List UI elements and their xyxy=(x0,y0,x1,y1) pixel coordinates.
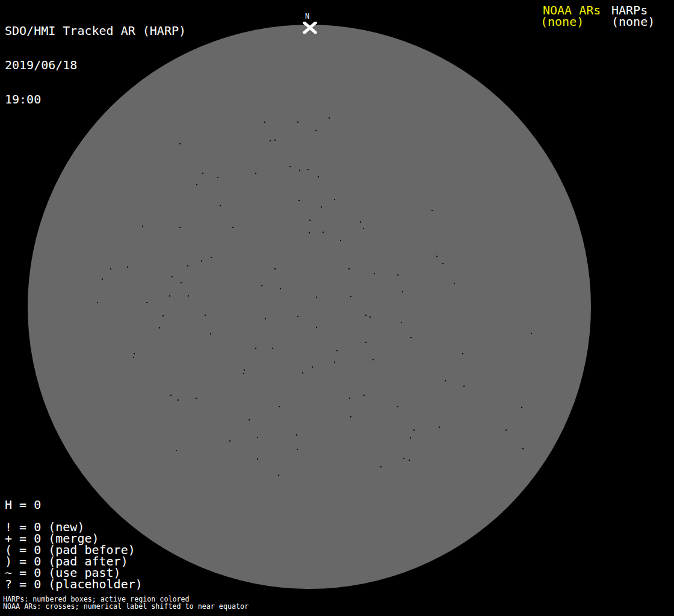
magnetogram-speckle xyxy=(463,386,465,387)
magnetogram-speckle xyxy=(280,288,281,289)
magnetogram-speckle xyxy=(297,316,298,317)
magnetogram-speckle xyxy=(217,177,218,178)
magnetogram-speckle xyxy=(365,315,366,316)
magnetogram-speckle xyxy=(274,140,276,141)
magnetogram-speckle xyxy=(397,406,398,407)
magnetogram-speckle xyxy=(521,407,522,408)
magnetogram-speckle xyxy=(329,117,330,119)
magnetogram-speckle xyxy=(181,282,182,283)
magnetogram-speckle xyxy=(380,466,382,467)
magnetogram-speckle xyxy=(454,283,455,284)
magnetogram-speckle xyxy=(142,226,143,227)
north-pole-cross-icon xyxy=(303,22,317,34)
magnetogram-speckle xyxy=(270,140,271,141)
magnetogram-speckle xyxy=(410,337,412,338)
magnetogram-speckle xyxy=(146,302,147,303)
magnetogram-speckle xyxy=(179,227,181,228)
magnetogram-speckle xyxy=(272,348,273,349)
plot-date: 2019/06/18 xyxy=(5,60,186,71)
magnetogram-speckle xyxy=(211,257,212,258)
magnetogram-speckle xyxy=(436,256,437,257)
magnetogram-speckle xyxy=(127,266,128,268)
magnetogram-speckle xyxy=(257,458,258,460)
magnetogram-speckle xyxy=(363,228,364,229)
magnetogram-speckle xyxy=(220,205,221,206)
magnetogram-speckle xyxy=(196,184,197,185)
magnetogram-speckle xyxy=(255,173,256,174)
magnetogram-speckle xyxy=(522,448,524,449)
magnetogram-speckle xyxy=(110,268,111,270)
magnetogram-speckle xyxy=(296,434,297,436)
magnetogram-speckle xyxy=(350,416,351,417)
magnetogram-speckle xyxy=(336,350,338,351)
magnetogram-speckle xyxy=(279,406,280,407)
magnetogram-speckle xyxy=(334,362,335,363)
magnetogram-speckle xyxy=(196,398,197,399)
north-pole-label: N xyxy=(305,13,309,20)
magnetogram-speckle xyxy=(318,176,319,177)
magnetogram-speckle xyxy=(172,276,173,277)
magnetogram-speckle xyxy=(170,395,172,396)
magnetogram-speckle xyxy=(205,315,206,316)
magnetogram-speckle xyxy=(531,333,532,334)
magnetogram-speckle xyxy=(348,268,350,270)
magnetogram-speckle xyxy=(350,296,351,297)
magnetogram-speckle xyxy=(312,366,313,368)
magnetogram-speckle xyxy=(265,318,266,319)
noaa-ars-value: (none) xyxy=(540,16,584,28)
magnetogram-speckle xyxy=(413,430,415,431)
magnetogram-speckle xyxy=(257,437,258,438)
magnetogram-speckle xyxy=(210,333,211,334)
magnetogram-speckle xyxy=(401,322,402,323)
magnetogram-speckle xyxy=(159,327,160,328)
magnetogram-speckle xyxy=(315,130,317,131)
magnetogram-speckle xyxy=(244,369,245,371)
magnetogram-speckle xyxy=(373,359,374,360)
magnetogram-speckle xyxy=(365,342,366,343)
plot-title: SDO/HMI Tracked AR (HARP) xyxy=(5,25,186,37)
magnetogram-speckle xyxy=(133,357,134,358)
magnetogram-speckle xyxy=(308,169,309,170)
magnetogram-speckle xyxy=(340,240,341,241)
magnetogram-speckle xyxy=(316,327,317,328)
magnetogram-speckle xyxy=(162,315,164,316)
magnetogram-speckle xyxy=(261,285,262,286)
magnetogram-speckle xyxy=(249,419,250,420)
magnetogram-speckle xyxy=(323,232,324,233)
magnetogram-speckle xyxy=(278,475,279,476)
magnetogram-speckle xyxy=(334,199,335,200)
plot-time: 19:00 xyxy=(5,94,186,105)
magnetogram-speckle xyxy=(409,460,410,461)
magnetogram-speckle xyxy=(442,263,444,264)
footer-caption: HARPs: numbered boxes; active region col… xyxy=(3,596,249,610)
magnetogram-speckle xyxy=(134,353,135,354)
legend-symbol-key: ! = 0 (new) + = 0 (merge) ( = 0 (pad bef… xyxy=(5,522,143,590)
legend-item-placeholder: ? = 0 (placeholder) xyxy=(5,579,143,590)
magnetogram-speckle xyxy=(297,449,298,450)
footer-noaa-note: NOAA ARs: crosses; numerical label shift… xyxy=(3,603,249,610)
harps-value: (none) xyxy=(611,16,655,28)
magnetogram-speckle xyxy=(397,274,398,276)
magnetogram-speckle xyxy=(178,399,179,401)
magnetogram-speckle xyxy=(201,260,202,262)
magnetogram-speckle xyxy=(439,427,440,428)
magnetogram-speckle xyxy=(309,220,311,221)
magnetogram-speckle xyxy=(302,372,303,374)
magnetogram-speckle xyxy=(410,437,411,439)
magnetogram-speckle xyxy=(179,143,181,144)
magnetogram-speckle xyxy=(264,122,265,123)
magnetogram-speckle xyxy=(102,279,103,280)
magnetogram-speckle xyxy=(297,122,298,123)
magnetogram-speckle xyxy=(289,166,291,167)
magnetogram-speckle xyxy=(349,398,350,399)
magnetogram-speckle xyxy=(255,348,256,349)
magnetogram-speckle xyxy=(229,440,230,442)
magnetogram-speckle xyxy=(188,295,189,297)
magnetogram-speckle xyxy=(316,297,317,298)
magnetogram-speckle xyxy=(402,291,403,292)
magnetogram-speckle xyxy=(309,232,310,233)
magnetogram-speckle xyxy=(321,206,322,208)
magnetogram-speckle xyxy=(298,200,300,201)
magnetogram-speckle xyxy=(202,173,203,174)
magnetogram-speckle xyxy=(374,273,375,274)
